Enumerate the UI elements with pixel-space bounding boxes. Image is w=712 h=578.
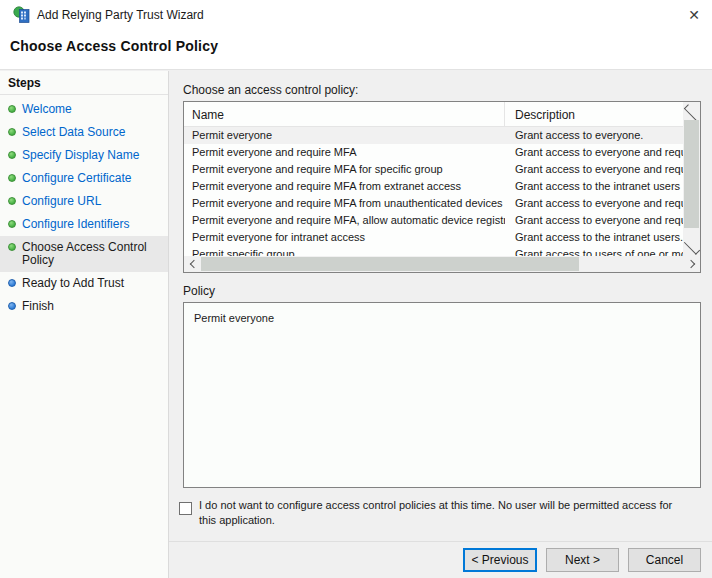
table-row[interactable]: Permit everyone and require MFA from ext… bbox=[184, 178, 683, 195]
app-icon bbox=[13, 6, 30, 23]
sidebar-item-choose-access-control-policy: Choose Access Control Policy bbox=[0, 236, 168, 272]
sidebar-item-select-data-source[interactable]: Select Data Source bbox=[0, 121, 168, 144]
step-label: Ready to Add Trust bbox=[22, 276, 124, 290]
row-name-cell: Permit everyone and require MFA for spec… bbox=[184, 161, 505, 178]
step-bullet-icon bbox=[8, 197, 16, 205]
sidebar-item-finish: Finish bbox=[0, 295, 168, 318]
scroll-left-icon[interactable] bbox=[184, 256, 201, 272]
page-title: Choose Access Control Policy bbox=[10, 38, 218, 54]
policy-section-label: Policy bbox=[183, 284, 215, 298]
row-description-cell: Grant access to everyone and requir bbox=[505, 212, 683, 229]
footer-divider bbox=[169, 541, 712, 542]
table-row[interactable]: Permit everyone and require MFA from una… bbox=[184, 195, 683, 212]
steps-divider bbox=[0, 94, 168, 95]
step-label: Choose Access Control Policy bbox=[22, 240, 147, 267]
table-body: Permit everyoneGrant access to everyone.… bbox=[184, 127, 683, 256]
skip-policy-checkbox[interactable] bbox=[179, 502, 192, 515]
access-control-policy-table: Name Description Permit everyoneGrant ac… bbox=[183, 101, 701, 273]
horizontal-scroll-thumb[interactable] bbox=[201, 257, 579, 271]
row-description-cell: Grant access to users of one or more bbox=[505, 246, 683, 256]
row-description-cell: Grant access to the intranet users. bbox=[505, 229, 683, 246]
sidebar-item-welcome[interactable]: Welcome bbox=[0, 98, 168, 121]
table-row[interactable]: Permit everyone and require MFA for spec… bbox=[184, 161, 683, 178]
table-row[interactable]: Permit everyone and require MFAGrant acc… bbox=[184, 144, 683, 161]
step-bullet-icon bbox=[8, 302, 16, 310]
table-header: Name Description bbox=[184, 102, 683, 127]
row-name-cell: Permit everyone bbox=[184, 127, 505, 144]
row-name-cell: Permit specific group bbox=[184, 246, 505, 256]
title-bar: Add Relying Party Trust Wizard ✕ bbox=[0, 0, 712, 28]
sidebar-item-configure-identifiers[interactable]: Configure Identifiers bbox=[0, 213, 168, 236]
step-label: Specify Display Name bbox=[22, 148, 139, 162]
scroll-down-icon[interactable] bbox=[683, 239, 700, 256]
step-bullet-icon bbox=[8, 243, 16, 251]
sidebar-item-ready-to-add-trust: Ready to Add Trust bbox=[0, 272, 168, 295]
horizontal-scrollbar[interactable] bbox=[184, 256, 700, 272]
row-description-cell: Grant access to everyone and requir bbox=[505, 161, 683, 178]
step-bullet-icon bbox=[8, 105, 16, 113]
policy-preview-box: Permit everyone bbox=[183, 302, 701, 488]
row-description-cell: Grant access to everyone and requir bbox=[505, 144, 683, 161]
skip-policy-checkbox-label: I do not want to configure access contro… bbox=[199, 498, 691, 528]
table-row[interactable]: Permit everyone and require MFA, allow a… bbox=[184, 212, 683, 229]
vertical-scroll-thumb[interactable] bbox=[684, 120, 699, 228]
sidebar-item-configure-certificate[interactable]: Configure Certificate bbox=[0, 167, 168, 190]
sidebar-item-configure-url[interactable]: Configure URL bbox=[0, 190, 168, 213]
policy-list-label: Choose an access control policy: bbox=[183, 83, 358, 97]
wizard-window: Add Relying Party Trust Wizard ✕ Choose … bbox=[0, 0, 712, 578]
step-label: Finish bbox=[22, 299, 54, 313]
step-label: Configure URL bbox=[22, 194, 101, 208]
next-button[interactable]: Next > bbox=[546, 548, 619, 572]
row-description-cell: Grant access to the intranet users ar bbox=[505, 178, 683, 195]
table-row[interactable]: Permit everyone for intranet accessGrant… bbox=[184, 229, 683, 246]
step-label: Welcome bbox=[22, 102, 72, 116]
vertical-scrollbar[interactable] bbox=[683, 102, 700, 256]
steps-sidebar: Steps WelcomeSelect Data SourceSpecify D… bbox=[0, 71, 169, 578]
header-band: Add Relying Party Trust Wizard ✕ Choose … bbox=[0, 0, 712, 70]
step-bullet-icon bbox=[8, 279, 16, 287]
row-name-cell: Permit everyone and require MFA, allow a… bbox=[184, 212, 505, 229]
close-icon[interactable]: ✕ bbox=[682, 4, 706, 26]
window-title: Add Relying Party Trust Wizard bbox=[37, 8, 204, 22]
step-bullet-icon bbox=[8, 220, 16, 228]
step-label: Select Data Source bbox=[22, 125, 125, 139]
column-header-description[interactable]: Description bbox=[505, 102, 683, 126]
steps-heading: Steps bbox=[8, 76, 41, 90]
row-description-cell: Grant access to everyone. bbox=[505, 127, 683, 144]
policy-preview-text: Permit everyone bbox=[194, 312, 274, 324]
table-row[interactable]: Permit specific groupGrant access to use… bbox=[184, 246, 683, 256]
step-bullet-icon bbox=[8, 151, 16, 159]
previous-button[interactable]: < Previous bbox=[463, 548, 537, 572]
scroll-right-icon[interactable] bbox=[683, 256, 700, 272]
column-header-name[interactable]: Name bbox=[184, 102, 505, 126]
cancel-button[interactable]: Cancel bbox=[628, 548, 701, 572]
scroll-up-icon[interactable] bbox=[683, 102, 700, 119]
row-name-cell: Permit everyone and require MFA from ext… bbox=[184, 178, 505, 195]
sidebar-item-specify-display-name[interactable]: Specify Display Name bbox=[0, 144, 168, 167]
table-row[interactable]: Permit everyoneGrant access to everyone. bbox=[184, 127, 683, 144]
step-bullet-icon bbox=[8, 174, 16, 182]
step-label: Configure Identifiers bbox=[22, 217, 129, 231]
main-panel: Choose an access control policy: Name De… bbox=[169, 70, 712, 578]
row-description-cell: Grant access to everyone and requir bbox=[505, 195, 683, 212]
row-name-cell: Permit everyone and require MFA from una… bbox=[184, 195, 505, 212]
row-name-cell: Permit everyone for intranet access bbox=[184, 229, 505, 246]
steps-list: WelcomeSelect Data SourceSpecify Display… bbox=[0, 98, 168, 318]
step-bullet-icon bbox=[8, 128, 16, 136]
step-label: Configure Certificate bbox=[22, 171, 131, 185]
row-name-cell: Permit everyone and require MFA bbox=[184, 144, 505, 161]
